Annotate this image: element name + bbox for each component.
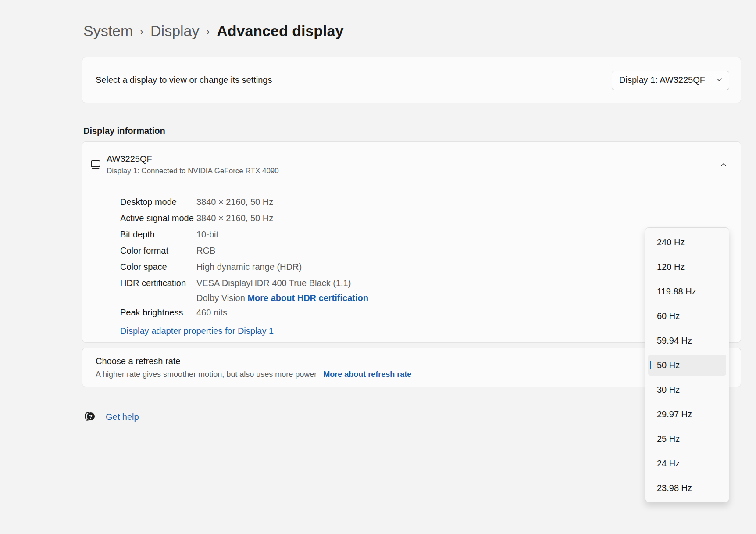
display-information-card: AW3225QF Display 1: Connected to NVIDIA … [82, 141, 741, 343]
detail-row-color-space: Color space High dynamic range (HDR) [82, 259, 741, 275]
display-adapter-properties-link[interactable]: Display adapter properties for Display 1 [120, 326, 274, 336]
refresh-rate-subtitle: A higher rate gives smoother motion, but… [96, 369, 741, 380]
svg-text:?: ? [89, 413, 93, 420]
detail-row-color-format: Color format RGB [82, 243, 741, 259]
selected-indicator [650, 361, 651, 369]
detail-row-bit-depth: Bit depth 10-bit [82, 226, 741, 243]
hdr-cert-line1: VESA DisplayHDR 400 True Black (1.1) [196, 278, 351, 288]
detail-value: 3840 × 2160, 50 Hz [196, 194, 273, 210]
more-about-hdr-link[interactable]: More about HDR certification [247, 293, 368, 303]
more-about-refresh-rate-link[interactable]: More about refresh rate [323, 370, 411, 379]
hdr-cert-dolby: Dolby Vision [196, 293, 245, 303]
help-bubble-icon: ? [84, 410, 96, 424]
detail-row-hdr-certification: HDR certification VESA DisplayHDR 400 Tr… [82, 275, 741, 305]
refresh-rate-option[interactable]: 29.97 Hz [648, 404, 726, 425]
refresh-rate-option-label: 50 Hz [657, 360, 680, 370]
detail-label: Color format [120, 243, 196, 259]
refresh-rate-option-selected[interactable]: 50 Hz [648, 355, 726, 376]
detail-label: Color space [120, 259, 196, 275]
detail-value: High dynamic range (HDR) [196, 259, 302, 275]
refresh-rate-option[interactable]: 24 Hz [648, 453, 726, 474]
detail-value: 3840 × 2160, 50 Hz [196, 210, 273, 226]
detail-label: HDR certification [120, 275, 196, 305]
get-help-link[interactable]: Get help [106, 412, 139, 422]
display-select-value: Display 1: AW3225QF [619, 75, 705, 85]
refresh-rate-title: Choose a refresh rate [96, 355, 741, 367]
breadcrumb-separator-icon: › [207, 21, 210, 42]
get-help-row: ? Get help [84, 410, 139, 424]
monitor-subtitle: Display 1: Connected to NVIDIA GeForce R… [107, 166, 279, 176]
refresh-rate-flyout: 240 Hz 120 Hz 119.88 Hz 60 Hz 59.94 Hz 5… [645, 227, 729, 502]
chevron-up-icon[interactable] [720, 161, 727, 171]
refresh-rate-option[interactable]: 119.88 Hz [648, 281, 726, 302]
hdr-cert-line2: Dolby Vision More about HDR certificatio… [196, 291, 368, 305]
breadcrumb-system[interactable]: System [83, 20, 133, 41]
display-information-header[interactable]: AW3225QF Display 1: Connected to NVIDIA … [82, 142, 741, 188]
detail-row-peak-brightness: Peak brightness 460 nits [82, 305, 741, 321]
refresh-rate-option[interactable]: 30 Hz [648, 379, 726, 400]
detail-row-desktop-mode: Desktop mode 3840 × 2160, 50 Hz [82, 194, 741, 210]
detail-label: Active signal mode [120, 210, 196, 226]
detail-value: 10-bit [196, 226, 218, 243]
settings-page: System › Display › Advanced display Sele… [0, 0, 756, 534]
monitor-title-block: AW3225QF Display 1: Connected to NVIDIA … [107, 153, 279, 176]
display-information-heading: Display information [83, 126, 165, 136]
chevron-down-icon [716, 75, 723, 85]
refresh-rate-option[interactable]: 23.98 Hz [648, 477, 726, 498]
refresh-rate-option[interactable]: 240 Hz [648, 232, 726, 253]
select-display-label: Select a display to view or change its s… [96, 75, 272, 85]
breadcrumb-separator-icon: › [140, 21, 143, 42]
monitor-name: AW3225QF [107, 153, 279, 165]
detail-value: VESA DisplayHDR 400 True Black (1.1) Dol… [196, 275, 368, 305]
refresh-rate-subtitle-text: A higher rate gives smoother motion, but… [96, 370, 317, 379]
detail-value: 460 nits [196, 305, 227, 321]
refresh-rate-option[interactable]: 60 Hz [648, 305, 726, 326]
breadcrumb-display[interactable]: Display [150, 20, 199, 41]
detail-label: Peak brightness [120, 305, 196, 321]
select-display-card: Select a display to view or change its s… [82, 57, 741, 103]
page-title: Advanced display [217, 20, 343, 41]
detail-value: RGB [196, 243, 215, 259]
breadcrumb: System › Display › Advanced display [83, 20, 343, 41]
display-select-dropdown[interactable]: Display 1: AW3225QF [612, 71, 729, 90]
detail-row-active-signal-mode: Active signal mode 3840 × 2160, 50 Hz [82, 210, 741, 226]
display-details: Desktop mode 3840 × 2160, 50 Hz Active s… [82, 188, 741, 340]
detail-label: Desktop mode [120, 194, 196, 210]
monitor-icon [90, 159, 102, 172]
refresh-rate-card: Choose a refresh rate A higher rate give… [82, 348, 741, 387]
refresh-rate-option[interactable]: 120 Hz [648, 256, 726, 277]
detail-label: Bit depth [120, 226, 196, 243]
refresh-rate-option[interactable]: 59.94 Hz [648, 330, 726, 351]
refresh-rate-option[interactable]: 25 Hz [648, 428, 726, 449]
